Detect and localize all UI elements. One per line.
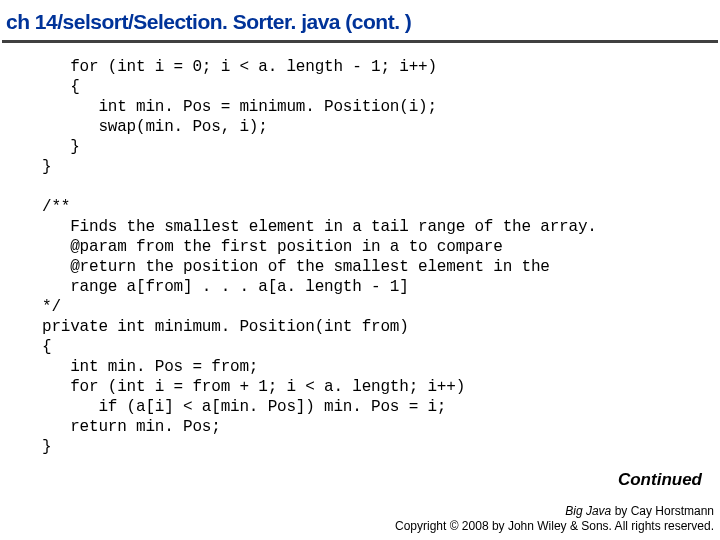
slide: ch 14/selsort/Selection. Sorter. java (c… [0, 0, 720, 540]
footer-line1: Big Java by Cay Horstmann [395, 504, 714, 519]
slide-title: ch 14/selsort/Selection. Sorter. java (c… [0, 0, 720, 40]
footer-book-title: Big Java [565, 504, 614, 518]
footer-copyright: Copyright © 2008 by John Wiley & Sons. A… [395, 519, 714, 534]
code-block: for (int i = 0; i < a. length - 1; i++) … [0, 43, 720, 457]
continued-label: Continued [618, 470, 702, 490]
footer-author: by Cay Horstmann [615, 504, 714, 518]
footer: Big Java by Cay Horstmann Copyright © 20… [395, 504, 714, 534]
